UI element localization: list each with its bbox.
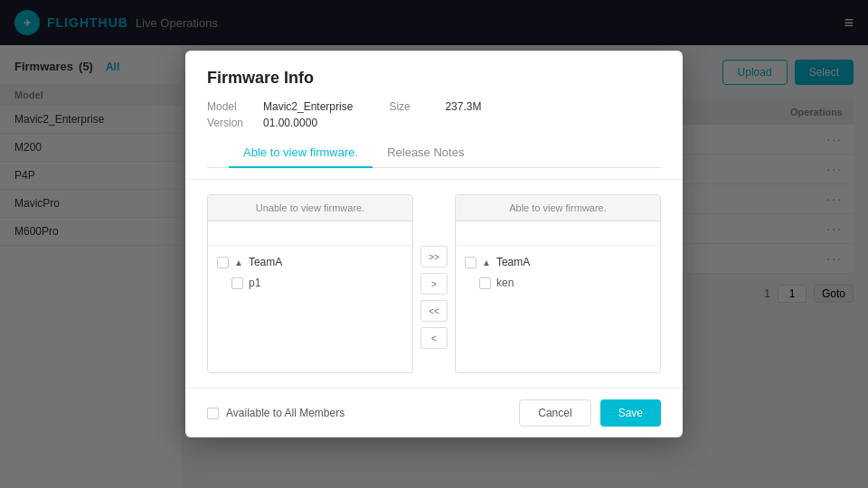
left-transfer-list: ▲ TeamA p1: [208, 246, 412, 372]
left-group-checkbox[interactable]: [217, 257, 229, 268]
meta-size: Size 237.3M: [389, 100, 481, 113]
left-search-input[interactable]: [208, 221, 412, 246]
meta-model: Model Mavic2_Enterprise: [207, 100, 353, 113]
available-checkbox[interactable]: [207, 408, 219, 419]
transfer-container: Unable to view firmware. ▲ TeamA p1: [207, 194, 661, 373]
modal-meta: Model Mavic2_Enterprise Size 237.3M: [207, 100, 661, 113]
tab-view-firmware[interactable]: Able to view firmware.: [229, 138, 373, 168]
right-item-ken-label: ken: [496, 277, 514, 289]
cancel-button[interactable]: Cancel: [519, 399, 590, 427]
model-label: Model: [207, 100, 252, 113]
left-group-name: TeamA: [249, 256, 282, 268]
left-item-p1: p1: [208, 273, 412, 293]
right-group-header: ▲ TeamA: [456, 251, 660, 273]
right-transfer-list: ▲ TeamA ken: [456, 246, 660, 372]
transfer-left-panel: Unable to view firmware. ▲ TeamA p1: [207, 194, 413, 373]
left-item-p1-checkbox[interactable]: [231, 277, 243, 289]
version-label: Version: [207, 117, 252, 129]
left-group-header: ▲ TeamA: [208, 251, 412, 273]
left-item-p1-label: p1: [249, 277, 260, 289]
meta-version: Version 01.00.0000: [207, 117, 317, 129]
modal-meta-2: Version 01.00.0000: [207, 117, 661, 129]
right-group-teamA: ▲ TeamA ken: [456, 251, 660, 293]
modal-title: Firmware Info: [207, 69, 661, 88]
right-group-name: TeamA: [496, 256, 530, 268]
size-value: 237.3M: [445, 100, 481, 113]
right-panel-header: Able to view firmware.: [456, 195, 660, 221]
footer-buttons: Cancel Save: [519, 399, 661, 427]
right-search-input[interactable]: [456, 221, 660, 246]
modal-header: Firmware Info Model Mavic2_Enterprise Si…: [185, 51, 683, 180]
move-right-button[interactable]: >: [420, 273, 448, 295]
modal-overlay: Firmware Info Model Mavic2_Enterprise Si…: [0, 0, 868, 488]
left-group-teamA: ▲ TeamA p1: [208, 251, 412, 293]
modal-footer: Available to All Members Cancel Save: [185, 388, 683, 437]
right-item-ken-checkbox[interactable]: [479, 277, 491, 289]
right-chevron-icon: ▲: [482, 258, 491, 267]
right-item-ken: ken: [456, 273, 660, 293]
tab-release-notes[interactable]: Release Notes: [373, 138, 478, 168]
transfer-right-panel: Able to view firmware. ▲ TeamA ken: [455, 194, 661, 373]
right-group-checkbox[interactable]: [465, 257, 476, 268]
size-label: Size: [389, 100, 434, 113]
modal-body: Unable to view firmware. ▲ TeamA p1: [185, 180, 683, 388]
available-label: Available to All Members: [226, 407, 344, 419]
left-panel-header: Unable to view firmware.: [208, 195, 412, 221]
model-value: Mavic2_Enterprise: [263, 100, 353, 113]
transfer-buttons: >> > << <: [413, 246, 455, 349]
available-check: Available to All Members: [207, 407, 344, 419]
modal-tabs: Able to view firmware. Release Notes: [207, 138, 661, 168]
save-button[interactable]: Save: [600, 399, 661, 427]
version-value: 01.00.0000: [263, 117, 317, 129]
move-all-right-button[interactable]: >>: [420, 246, 448, 267]
firmware-info-modal: Firmware Info Model Mavic2_Enterprise Si…: [185, 51, 683, 437]
left-chevron-icon: ▲: [234, 258, 243, 267]
move-left-button[interactable]: <: [420, 327, 448, 349]
move-all-left-button[interactable]: <<: [420, 300, 448, 322]
